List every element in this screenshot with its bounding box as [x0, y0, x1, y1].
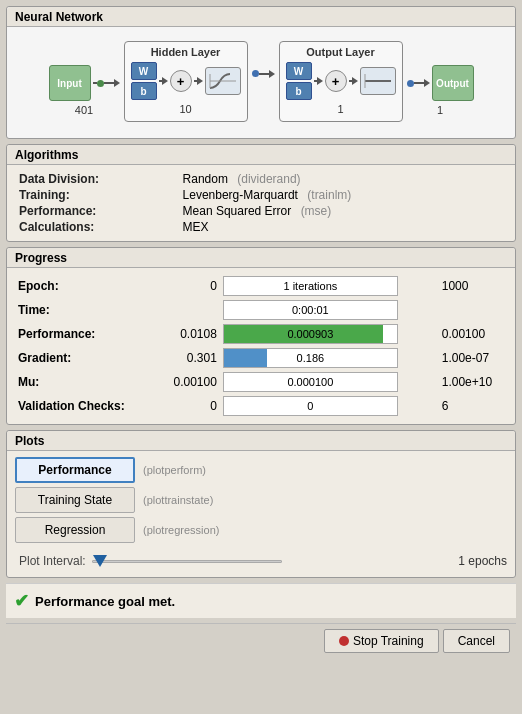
- progress-row-time: Time: 0:00:01: [15, 298, 507, 322]
- algo-label-2: Performance:: [15, 203, 179, 219]
- nn-hidden-w: W: [131, 62, 157, 80]
- progress-label-grad: Gradient:: [15, 346, 160, 370]
- plot-interval-label: Plot Interval:: [19, 554, 86, 568]
- progress-center-perf: 0.000903: [220, 322, 439, 346]
- algo-val-text-3: MEX: [183, 220, 209, 234]
- nn-input-section: Input 401: [49, 47, 120, 116]
- algo-row-1: Training: Levenberg-Marquardt (trainlm): [15, 187, 507, 203]
- algo-value-1: Levenberg-Marquardt (trainlm): [179, 187, 507, 203]
- progress-epoch-input: 1 iterations: [223, 276, 398, 296]
- nn-output-sum: +: [325, 70, 347, 92]
- progress-left-time: [160, 298, 220, 322]
- progress-row-performance: Performance: 0.0108 0.000903 0.00100: [15, 322, 507, 346]
- bottom-bar: Stop Training Cancel: [6, 623, 516, 658]
- status-text: Performance goal met.: [35, 594, 175, 609]
- progress-label-time: Time:: [15, 298, 160, 322]
- nn-arrow-h2: [197, 77, 203, 85]
- nn-hidden-num: 10: [179, 103, 191, 115]
- plots-content: Performance (plotperform) Training State…: [7, 451, 515, 577]
- plot-button-regression[interactable]: Regression: [15, 517, 135, 543]
- nn-arrow-o1: [317, 77, 323, 85]
- nn-hidden-b: b: [131, 82, 157, 100]
- progress-label-epoch: Epoch:: [15, 274, 160, 298]
- nn-arrow-mid: [269, 70, 275, 78]
- progress-right-val: 6: [439, 394, 507, 418]
- slider-track: [92, 560, 282, 563]
- progress-center-mu: 0.000100: [220, 370, 439, 394]
- nn-inter-connector: [252, 70, 275, 94]
- algo-row-2: Performance: Mean Squared Error (mse): [15, 203, 507, 219]
- progress-label-mu: Mu:: [15, 370, 160, 394]
- progress-center-epoch: 1 iterations: [220, 274, 439, 298]
- progress-left-epoch: 0: [160, 274, 220, 298]
- progress-right-time: [439, 298, 507, 322]
- slider-container: [92, 551, 453, 571]
- nn-diagram-area: Input 401 Hidden Layer: [7, 27, 515, 138]
- progress-center-grad: 0.186: [220, 346, 439, 370]
- slider-thumb[interactable]: [93, 555, 107, 567]
- algo-label-3: Calculations:: [15, 219, 179, 235]
- algo-value-0: Random (dividerand): [179, 171, 507, 187]
- nn-output-num: 1: [337, 103, 343, 115]
- nn-input-node: Input: [49, 65, 91, 101]
- progress-left-mu: 0.00100: [160, 370, 220, 394]
- progress-row-gradient: Gradient: 0.301 0.186 1.00e-07: [15, 346, 507, 370]
- nn-arrow-out: [424, 79, 430, 87]
- algo-label-1: Training:: [15, 187, 179, 203]
- progress-right-grad: 1.00e-07: [439, 346, 507, 370]
- progress-left-val: 0: [160, 394, 220, 418]
- cancel-button[interactable]: Cancel: [443, 629, 510, 653]
- algorithms-content: Data Division: Random (dividerand) Train…: [7, 165, 515, 241]
- algo-sub-1: (trainlm): [307, 188, 351, 202]
- progress-left-grad: 0.301: [160, 346, 220, 370]
- progress-val-text: 0: [307, 400, 313, 412]
- status-row: ✔ Performance goal met.: [6, 583, 516, 618]
- algo-label-0: Data Division:: [15, 171, 179, 187]
- plots-title: Plots: [7, 431, 515, 451]
- plot-sub-0: (plotperform): [143, 464, 206, 476]
- progress-grad-text: 0.186: [224, 352, 397, 364]
- algo-val-text-2: Mean Squared Error: [183, 204, 292, 218]
- plot-row-1: Training State (plottrainstate): [15, 487, 507, 513]
- stop-training-button[interactable]: Stop Training: [324, 629, 439, 653]
- progress-right-epoch: 1000: [439, 274, 507, 298]
- neural-network-title: Neural Network: [7, 7, 515, 27]
- progress-mu-text: 0.000100: [287, 376, 333, 388]
- nn-input-num: 401: [75, 104, 93, 116]
- plot-row-2: Regression (plotregression): [15, 517, 507, 543]
- nn-hidden-sigmoid: [205, 67, 241, 95]
- plot-button-performance[interactable]: Performance: [15, 457, 135, 483]
- algorithms-table: Data Division: Random (dividerand) Train…: [15, 171, 507, 235]
- stop-label: Stop Training: [353, 634, 424, 648]
- progress-right-mu: 1.00e+10: [439, 370, 507, 394]
- algo-value-2: Mean Squared Error (mse): [179, 203, 507, 219]
- slider-epochs-label: 1 epochs: [458, 554, 507, 568]
- plot-button-training-state[interactable]: Training State: [15, 487, 135, 513]
- nn-output-label: Output Layer: [306, 46, 374, 58]
- nn-output-layer-box: Output Layer W b +: [279, 41, 403, 122]
- nn-output-node-label: Output: [436, 78, 469, 89]
- algo-val-text-1: Levenberg-Marquardt: [183, 188, 298, 202]
- progress-center-time: 0:00:01: [220, 298, 439, 322]
- nn-output-node: Output: [432, 65, 474, 101]
- neural-network-panel: Neural Network Input: [6, 6, 516, 139]
- nn-hidden-inner: W b +: [131, 62, 241, 100]
- nn-arrow-h1: [162, 77, 168, 85]
- progress-time-input: 0:00:01: [223, 300, 398, 320]
- nn-output-val: 1: [437, 104, 443, 116]
- nn-arrow-1: [114, 79, 120, 87]
- nn-input-label: Input: [57, 78, 81, 89]
- progress-grad-bar: 0.186: [223, 348, 398, 368]
- nn-hidden-layer-box: Hidden Layer W b +: [124, 41, 248, 122]
- progress-panel: Progress Epoch: 0 1 iterations 1000 Tim: [6, 247, 516, 425]
- nn-output-wb: W b: [286, 62, 312, 100]
- nn-hidden-label: Hidden Layer: [151, 46, 221, 58]
- progress-content: Epoch: 0 1 iterations 1000 Time:: [7, 268, 515, 424]
- progress-label-perf: Performance:: [15, 322, 160, 346]
- algo-sub-0: (dividerand): [237, 172, 300, 186]
- progress-row-mu: Mu: 0.00100 0.000100 1.00e+10: [15, 370, 507, 394]
- progress-center-val: 0: [220, 394, 439, 418]
- progress-row-val: Validation Checks: 0 0 6: [15, 394, 507, 418]
- nn-diagram: Input 401 Hidden Layer: [15, 33, 507, 132]
- progress-perf-text: 0.000903: [224, 328, 397, 340]
